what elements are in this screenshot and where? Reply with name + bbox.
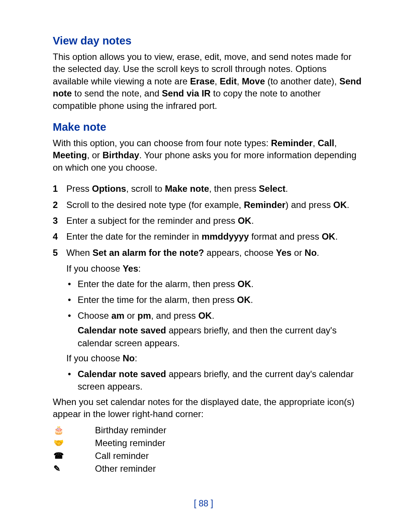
icon-row-call: ☎ Call reminder	[54, 451, 362, 461]
other-icon: ✎	[54, 464, 95, 474]
para-view-day-notes: This option allows you to view, erase, e…	[53, 51, 362, 112]
step-5: 5 When Set an alarm for the note? appear…	[53, 247, 362, 259]
birthday-label: Birthday reminder	[95, 425, 166, 436]
icons-intro: When you set calendar notes for the disp…	[53, 396, 362, 420]
icon-row-birthday: 🎂 Birthday reminder	[54, 425, 362, 436]
other-label: Other reminder	[95, 463, 156, 474]
no-bullet: Calendar note saved appears briefly, and…	[66, 368, 362, 393]
call-label: Call reminder	[95, 451, 149, 461]
icon-row-other: ✎ Other reminder	[54, 463, 362, 474]
heading-view-day-notes: View day notes	[53, 35, 362, 47]
para-make-note-intro: With this option, you can choose from fo…	[53, 137, 362, 174]
birthday-icon: 🎂	[54, 425, 95, 435]
steps-list: 1 Press Options, scroll to Make note, th…	[53, 183, 362, 259]
yes-bullet-1: Enter the date for the alarm, then press…	[66, 278, 362, 290]
manual-page: View day notes This option allows you to…	[0, 0, 407, 532]
icon-list: 🎂 Birthday reminder 🤝 Meeting reminder ☎…	[53, 425, 362, 474]
call-icon: ☎	[54, 451, 95, 461]
yes-bullet-3: Choose am or pm, and press OK. Calendar …	[66, 309, 362, 350]
step-3: 3 Enter a subject for the reminder and p…	[53, 215, 362, 227]
step-4: 4 Enter the date for the reminder in mmd…	[53, 231, 362, 243]
step-2: 2 Scroll to the desired note type (for e…	[53, 199, 362, 211]
icon-row-meeting: 🤝 Meeting reminder	[54, 438, 362, 448]
page-number: [ 88 ]	[0, 498, 407, 509]
heading-make-note: Make note	[53, 121, 362, 133]
meeting-icon: 🤝	[54, 438, 95, 448]
yes-block: If you choose Yes: Enter the date for th…	[66, 263, 362, 393]
step-1: 1 Press Options, scroll to Make note, th…	[53, 183, 362, 195]
meeting-label: Meeting reminder	[95, 438, 165, 448]
yes-bullet-2: Enter the time for the alarm, then press…	[66, 294, 362, 306]
